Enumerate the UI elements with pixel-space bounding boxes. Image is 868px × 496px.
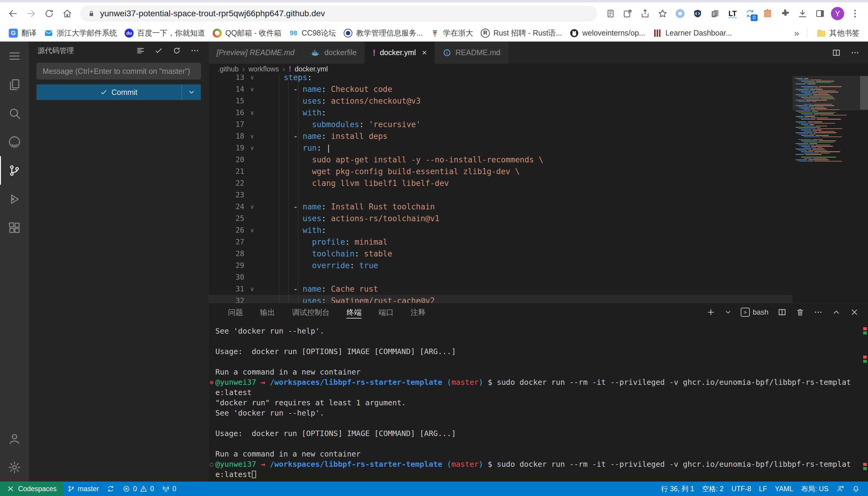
sidebar-toggle-icon[interactable] xyxy=(812,5,828,22)
notifications-bell-icon[interactable] xyxy=(848,485,864,493)
bookmark-item[interactable]: du百度一下，你就知道 xyxy=(121,27,209,40)
fold-chevron-icon[interactable]: ∨ xyxy=(244,83,260,95)
fold-chevron-icon[interactable]: ∨ xyxy=(244,224,260,236)
reading-list-icon[interactable] xyxy=(602,5,618,22)
code-line[interactable]: 25 uses: actions-rs/toolchain@v1 xyxy=(209,213,793,224)
code-line[interactable]: 13∨ steps: xyxy=(209,75,793,83)
activity-hamburger-icon[interactable] xyxy=(0,42,29,70)
commit-check-icon[interactable] xyxy=(151,44,166,57)
code-line[interactable]: 29 override: true xyxy=(209,260,793,272)
commit-dropdown-button[interactable] xyxy=(182,84,201,100)
code-line[interactable]: 32 uses: Swatinem/rust-cache@v2 xyxy=(209,295,793,303)
reload-icon[interactable] xyxy=(41,5,57,22)
code-line[interactable]: 28 toolchain: stable xyxy=(209,248,793,260)
panel-more-icon[interactable] xyxy=(814,308,823,317)
bookmark-item[interactable]: 教学管理信息服务... xyxy=(340,27,426,40)
ext-pencils-icon[interactable] xyxy=(760,5,776,22)
fold-chevron-icon[interactable]: ∨ xyxy=(244,142,260,154)
home-icon[interactable] xyxy=(59,5,75,22)
close-panel-icon[interactable] xyxy=(850,308,859,317)
code-line[interactable]: 14∨ - name: Checkout code xyxy=(209,83,793,95)
code-line[interactable]: 31∨ - name: Cache rust xyxy=(209,283,793,295)
ext-ring-icon[interactable] xyxy=(672,5,688,22)
code-line[interactable]: 24∨ - name: Install Rust toolchain xyxy=(209,201,793,213)
panel-tab[interactable]: 问题 xyxy=(228,303,243,321)
editor-tab[interactable]: !docker.yml× xyxy=(365,42,435,64)
back-icon[interactable] xyxy=(5,5,21,22)
profile-avatar[interactable]: Y xyxy=(829,5,846,22)
split-terminal-icon[interactable] xyxy=(778,308,787,317)
fold-chevron-icon[interactable]: ∨ xyxy=(244,130,260,142)
panel-tab[interactable]: 调试控制台 xyxy=(292,303,330,321)
bookmark-item[interactable]: G翻译 xyxy=(5,27,40,40)
activity-account-icon[interactable] xyxy=(0,424,29,453)
sync-changes-button[interactable] xyxy=(103,482,119,496)
activity-github-icon[interactable] xyxy=(0,127,29,156)
address-bar[interactable]: yunwei37-potential-space-trout-rpr5qwj66… xyxy=(80,6,597,21)
new-terminal-icon[interactable] xyxy=(706,308,715,317)
breadcrumb[interactable]: .github›workflows›!docker.yml xyxy=(209,64,868,75)
bookmarks-overflow-icon[interactable]: » xyxy=(792,28,802,38)
terminal-instance-bash[interactable]: > bash xyxy=(741,308,768,317)
terminal-dropdown-icon[interactable] xyxy=(724,309,732,316)
refresh-icon[interactable] xyxy=(169,44,184,57)
status-encoding[interactable]: UTF-8 xyxy=(728,485,755,493)
activity-source-control-icon[interactable] xyxy=(0,156,29,185)
close-tab-icon[interactable]: × xyxy=(422,48,427,58)
problems-indicator[interactable]: 0 0 xyxy=(119,482,158,496)
browser-menu-icon[interactable] xyxy=(847,5,863,22)
bookmark-item[interactable]: 浙江大学邮件系统 xyxy=(40,27,121,40)
ext-shield-icon[interactable] xyxy=(689,5,706,22)
activity-settings-gear-icon[interactable] xyxy=(0,453,29,482)
editor-tab[interactable]: dockerfile xyxy=(302,42,365,64)
panel-tab[interactable]: 端口 xyxy=(378,303,393,321)
feedback-icon[interactable] xyxy=(833,485,848,493)
remote-indicator-codespaces[interactable]: Codespaces xyxy=(0,482,63,496)
extensions-puzzle-icon[interactable] xyxy=(777,5,793,22)
code-line[interactable]: 18∨ - name: install deps xyxy=(209,130,793,142)
fold-chevron-icon[interactable]: ∨ xyxy=(244,283,260,295)
forward-icon[interactable] xyxy=(23,5,39,22)
open-in-new-icon[interactable] xyxy=(619,5,636,22)
code-line[interactable]: 21 wget pkg-config build-essential zlib1… xyxy=(209,166,793,177)
other-bookmarks-folder[interactable]: 其他书签 xyxy=(813,27,863,40)
activity-extensions-icon[interactable] xyxy=(0,213,29,242)
branch-indicator[interactable]: master xyxy=(63,482,103,496)
code-line[interactable]: 22 clang llvm libelf1 libelf-dev xyxy=(209,177,793,189)
code-line[interactable]: 17 submodules: 'recursive' xyxy=(209,119,793,130)
fold-chevron-icon[interactable]: ∨ xyxy=(244,201,260,213)
ext-languagetool-icon[interactable]: LT xyxy=(724,5,741,22)
code-editor[interactable]: 13∨ steps:14∨ - name: Checkout code15 us… xyxy=(209,75,868,303)
code-line[interactable]: 26∨ with: xyxy=(209,224,793,236)
status-cursor-position[interactable]: 行 36, 列 1 xyxy=(657,484,698,494)
fold-chevron-icon[interactable]: ∨ xyxy=(244,107,260,119)
more-actions-icon[interactable] xyxy=(187,44,203,57)
breadcrumb-segment[interactable]: workflows xyxy=(249,65,279,73)
activity-run-debug-icon[interactable] xyxy=(0,185,29,213)
bookmark-star-icon[interactable] xyxy=(655,5,671,22)
commit-message-input[interactable]: Message (Ctrl+Enter to commit on "master… xyxy=(36,63,201,80)
minimap[interactable] xyxy=(793,75,859,162)
split-editor-icon[interactable] xyxy=(832,48,841,57)
panel-tab[interactable]: 注释 xyxy=(410,303,425,321)
status-keyboard-layout[interactable]: 布局: US xyxy=(797,484,833,494)
editor-tab[interactable]: [Preview] README.md xyxy=(209,42,302,64)
breadcrumb-segment[interactable]: .github xyxy=(218,65,239,73)
status-indentation[interactable]: 空格: 2 xyxy=(698,484,728,494)
fold-chevron-icon[interactable]: ∨ xyxy=(244,75,260,83)
forwarded-ports-indicator[interactable]: 0 xyxy=(158,482,180,496)
bookmark-item[interactable]: Learner Dashboar... xyxy=(649,27,736,40)
kill-terminal-icon[interactable] xyxy=(796,308,805,317)
bookmark-item[interactable]: RRust 招聘 - Rust语... xyxy=(477,27,566,40)
status-language-mode[interactable]: YAML xyxy=(771,485,797,493)
commit-button[interactable]: Commit xyxy=(36,84,201,100)
activity-search-icon[interactable] xyxy=(0,99,29,127)
ext-notes-icon[interactable] xyxy=(707,5,723,22)
share-icon[interactable] xyxy=(637,5,653,22)
bookmark-item[interactable]: 学在浙大 xyxy=(426,27,477,40)
maximize-panel-icon[interactable] xyxy=(832,308,841,317)
breadcrumb-file[interactable]: docker.yml xyxy=(295,65,328,73)
terminal-output[interactable]: See 'docker run --help'.Usage: docker ru… xyxy=(209,321,868,482)
code-line[interactable]: 19∨ run: | xyxy=(209,142,793,154)
code-line[interactable]: 23 xyxy=(209,189,793,201)
